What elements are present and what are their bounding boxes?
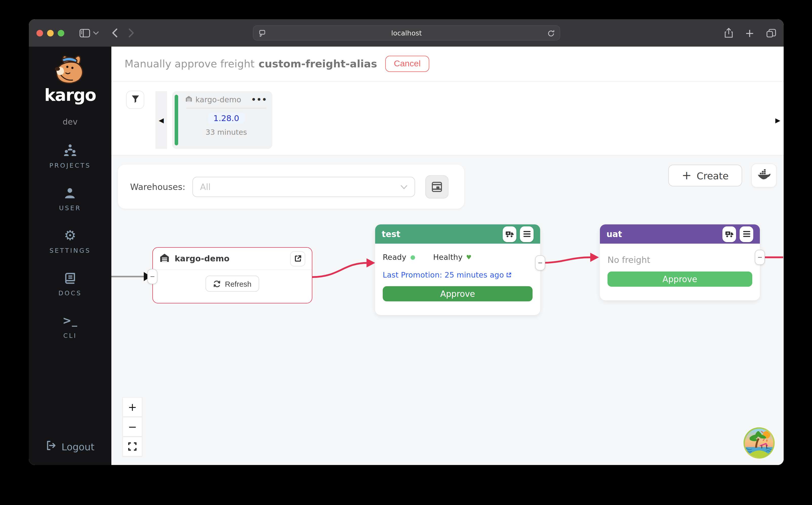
logo-wordmark: kargo: [44, 85, 96, 105]
approve-button[interactable]: Approve: [607, 272, 752, 287]
minimize-window-button[interactable]: [47, 30, 54, 36]
sidebar-item-label: USER: [59, 204, 81, 212]
warehouses-select-value: All: [200, 182, 400, 192]
url-text: localhost: [266, 29, 547, 37]
freight-menu-button[interactable]: •••: [251, 95, 267, 104]
book-icon: [64, 272, 76, 285]
warehouse-icon: [160, 252, 170, 265]
healthy-heart-icon: ♥: [466, 254, 472, 261]
reload-icon[interactable]: [547, 29, 554, 37]
warehouses-panel: Warehouses: All: [118, 165, 464, 209]
freight-timeline: ◀: [111, 81, 784, 156]
approve-button[interactable]: Approve: [383, 286, 533, 301]
terminal-icon: >_: [62, 314, 78, 327]
island-badge-icon[interactable]: [742, 426, 776, 460]
sidebar-toggle-icon[interactable]: [79, 29, 90, 37]
kargo-logo[interactable]: kargo: [44, 55, 96, 105]
fit-view-button[interactable]: [122, 437, 142, 456]
freight-card[interactable]: kargo-demo ••• 1.28.0 33 minutes: [172, 91, 272, 149]
refresh-button[interactable]: Refresh: [206, 276, 259, 292]
docker-button[interactable]: [751, 164, 777, 187]
logout-icon: [46, 440, 56, 453]
tab-overview-icon[interactable]: [766, 29, 776, 37]
stage-header: test: [375, 224, 540, 243]
projects-icon: [63, 144, 77, 157]
logout-button[interactable]: Logout: [46, 440, 94, 453]
freight-status-bar: [175, 95, 178, 145]
stage-header: uat: [600, 224, 760, 243]
close-window-button[interactable]: [36, 30, 43, 36]
stage-menu-button[interactable]: [520, 226, 534, 242]
truck-promote-button[interactable]: [503, 226, 516, 242]
open-warehouse-button[interactable]: [290, 251, 305, 266]
browser-window: localhost +: [29, 19, 784, 465]
last-promotion-link[interactable]: Last Promotion: 25 minutes ago: [383, 271, 533, 280]
edge-handle-test-out[interactable]: −: [535, 255, 545, 271]
cancel-button[interactable]: Cancel: [385, 56, 429, 72]
scroll-right-icon: ▶: [775, 116, 780, 124]
ready-label: Ready: [383, 253, 406, 262]
truck-icon: [506, 231, 514, 237]
zoom-out-button[interactable]: −: [122, 417, 142, 437]
sidebar-item-label: CLI: [63, 332, 77, 339]
sidebar-item-label: SETTINGS: [49, 247, 91, 254]
create-button[interactable]: + Create: [668, 165, 742, 186]
freight-alias: custom-freight-alias: [259, 58, 377, 70]
sidebar-item-label: DOCS: [58, 289, 82, 297]
chevron-down-icon: [400, 182, 408, 191]
plus-icon: +: [682, 168, 692, 182]
external-link-icon: [507, 273, 512, 278]
stage-node-test[interactable]: test: [375, 224, 540, 315]
hamburger-icon: [523, 231, 530, 237]
refresh-icon: [213, 280, 221, 288]
sidebar-item-docs[interactable]: DOCS: [58, 272, 82, 297]
stamp-images-button[interactable]: [425, 175, 449, 198]
warehouse-node-kargo-demo[interactable]: kargo-demo: [153, 247, 312, 303]
warehouse-icon: [185, 95, 192, 104]
user-icon: [64, 186, 76, 200]
warehouse-node-title: kargo-demo: [175, 254, 290, 264]
freight-warehouse-name: kargo-demo: [195, 95, 248, 104]
sidebar-item-settings[interactable]: ⚙ SETTINGS: [49, 229, 91, 254]
sidebar-item-user[interactable]: USER: [59, 186, 81, 212]
url-bar[interactable]: localhost: [253, 25, 560, 40]
zoom-in-button[interactable]: +: [122, 397, 142, 417]
warehouses-select[interactable]: All: [192, 177, 415, 197]
pipeline-canvas[interactable]: Warehouses: All: [111, 156, 784, 465]
sidebar-item-projects[interactable]: PROJECTS: [49, 144, 91, 169]
scroll-left-button[interactable]: ◀: [156, 91, 167, 149]
fullscreen-window-button[interactable]: [58, 30, 64, 36]
fit-view-icon: [128, 442, 137, 451]
funnel-icon: [131, 95, 140, 105]
chevron-down-icon[interactable]: [93, 31, 99, 35]
canvas-zoom-controls: + −: [122, 397, 142, 456]
scroll-right-button[interactable]: ▶: [772, 91, 784, 149]
freight-version-tag[interactable]: 1.28.0: [207, 113, 245, 124]
docker-whale-icon: [757, 169, 771, 182]
edge-handle-uat-out[interactable]: −: [755, 250, 765, 265]
logout-label: Logout: [61, 441, 94, 452]
traffic-lights: [36, 30, 64, 36]
page-header: Manually approve freightcustom-freight-a…: [111, 47, 784, 81]
no-freight-label: No freight: [607, 255, 752, 265]
version-label: dev: [63, 117, 78, 127]
forward-icon[interactable]: [128, 28, 134, 37]
truck-promote-button[interactable]: [723, 226, 736, 242]
new-tab-icon[interactable]: +: [745, 27, 754, 39]
warehouses-label: Warehouses:: [130, 182, 185, 192]
hamburger-icon: [743, 231, 750, 237]
stage-node-uat[interactable]: uat: [600, 224, 760, 300]
filter-button[interactable]: [126, 91, 144, 109]
stage-name: uat: [606, 229, 719, 239]
edge-handle-warehouse-in[interactable]: −: [147, 269, 158, 284]
freight-age: 33 minutes: [185, 128, 267, 136]
back-icon[interactable]: [112, 28, 117, 37]
share-icon[interactable]: [724, 28, 733, 38]
scroll-left-icon: ◀: [159, 116, 164, 124]
kangaroo-mascot-icon: [51, 55, 89, 86]
gear-icon: ⚙: [64, 229, 76, 242]
sidebar-item-cli[interactable]: >_ CLI: [62, 314, 78, 339]
page-settings-icon[interactable]: [258, 29, 266, 37]
create-label: Create: [697, 170, 729, 181]
stage-menu-button[interactable]: [740, 226, 753, 242]
